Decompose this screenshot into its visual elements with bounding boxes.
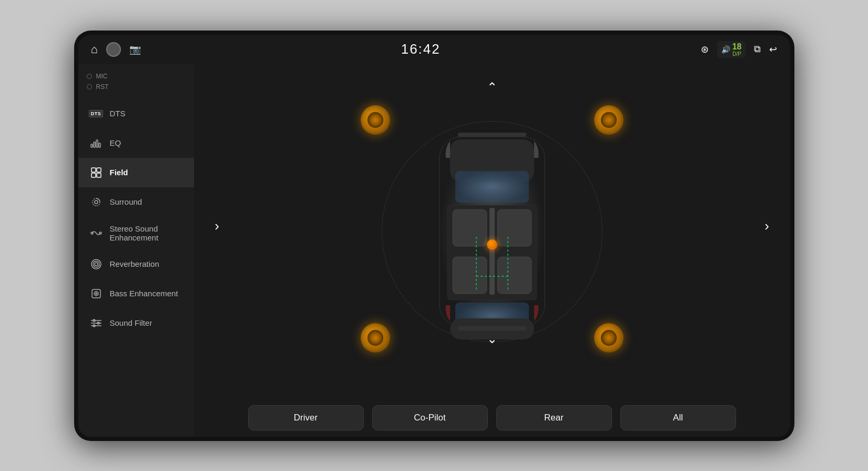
arrow-right[interactable]: › <box>754 214 780 239</box>
svg-rect-36 <box>458 133 526 137</box>
sound-position-dot[interactable] <box>487 239 497 250</box>
sidebar-item-eq[interactable]: EQ <box>78 128 194 158</box>
mic-dot <box>87 74 92 79</box>
car-svg-wrapper <box>408 121 576 342</box>
main-content: MIC RST DTS DTS <box>78 64 790 437</box>
sidebar-item-bass[interactable]: Bass Enhancement <box>78 279 194 308</box>
volume-badge[interactable]: 🔊 18 D/P <box>717 41 746 58</box>
clock-display: 16:42 <box>401 41 441 57</box>
main-panel: ⌃ › <box>194 64 790 437</box>
svg-rect-3 <box>99 143 100 147</box>
all-button[interactable]: All <box>620 405 736 430</box>
eq-label: EQ <box>110 138 121 147</box>
svg-point-12 <box>95 263 98 266</box>
sidebar-item-surround[interactable]: Surround <box>78 187 194 217</box>
status-bar: ⌂ 📷 16:42 ⊛ 🔊 18 D/P ⧉ ↩ <box>78 35 790 64</box>
svg-rect-30 <box>453 257 487 294</box>
arrow-left[interactable]: › <box>205 214 230 239</box>
field-icon <box>89 165 104 180</box>
copilot-button[interactable]: Co-Pilot <box>372 405 488 430</box>
svg-rect-7 <box>97 173 101 177</box>
bluetooth-icon: ⊛ <box>701 44 709 55</box>
svg-rect-1 <box>94 142 95 147</box>
svg-rect-15 <box>92 289 100 298</box>
reverb-label: Reverberation <box>110 259 159 268</box>
svg-rect-31 <box>497 257 532 294</box>
eq-icon <box>89 136 104 151</box>
sidebar-item-dts[interactable]: DTS DTS <box>78 99 194 128</box>
screen: ⌂ 📷 16:42 ⊛ 🔊 18 D/P ⧉ ↩ <box>78 35 790 437</box>
field-label: Field <box>110 168 128 177</box>
bass-icon <box>89 286 104 301</box>
svg-rect-2 <box>96 140 98 147</box>
svg-point-8 <box>95 201 98 204</box>
svg-rect-0 <box>91 144 93 147</box>
sound-field-area: ⌃ › <box>194 64 790 399</box>
svg-point-13 <box>93 261 99 267</box>
rst-label: RST <box>96 83 109 91</box>
sidebar-item-field[interactable]: Field <box>78 158 194 187</box>
mic-label: MIC <box>96 73 108 80</box>
bottom-buttons: Driver Co-Pilot Rear All <box>194 399 790 437</box>
filter-icon <box>89 316 104 330</box>
filter-label: Sound Filter <box>110 318 152 327</box>
bass-label: Bass Enhancement <box>110 289 178 298</box>
camera-circle <box>106 42 121 57</box>
surround-icon <box>89 195 104 209</box>
sidebar-item-stereo[interactable]: Stereo Sound Enhancement <box>78 217 194 249</box>
dts-label: DTS <box>110 109 126 118</box>
svg-rect-6 <box>91 173 96 177</box>
stereo-label: Stereo Sound Enhancement <box>110 224 183 242</box>
speaker-rear-left <box>361 323 390 353</box>
volume-label: D/P <box>732 52 741 57</box>
speaker-rear-right <box>594 323 624 353</box>
svg-rect-28 <box>453 209 487 246</box>
svg-rect-5 <box>97 168 101 172</box>
svg-rect-29 <box>497 209 532 246</box>
sidebar: MIC RST DTS DTS <box>78 64 194 437</box>
camera-icon: 📷 <box>129 44 141 55</box>
svg-rect-26 <box>455 171 529 203</box>
window-icon[interactable]: ⧉ <box>754 44 761 55</box>
sidebar-item-reverb[interactable]: Reverberation <box>78 249 194 279</box>
svg-rect-4 <box>91 168 96 172</box>
back-icon[interactable]: ↩ <box>769 44 777 55</box>
speaker-front-right <box>594 105 624 135</box>
reverb-icon <box>89 257 104 272</box>
rear-button[interactable]: Rear <box>496 405 612 430</box>
svg-point-16 <box>94 292 98 296</box>
stereo-icon <box>89 226 104 240</box>
home-icon[interactable]: ⌂ <box>91 43 98 56</box>
speaker-front-left <box>361 105 390 135</box>
arrow-down[interactable]: ⌄ <box>479 326 505 352</box>
dts-icon: DTS <box>89 106 104 121</box>
volume-number: 18 <box>732 42 742 52</box>
sidebar-item-filter[interactable]: Sound Filter <box>78 308 194 338</box>
svg-rect-32 <box>489 208 495 295</box>
status-right: ⊛ 🔊 18 D/P ⧉ ↩ <box>701 41 778 58</box>
device-frame: ⌂ 📷 16:42 ⊛ 🔊 18 D/P ⧉ ↩ <box>74 31 794 441</box>
status-left: ⌂ 📷 <box>91 42 141 57</box>
rst-dot <box>87 84 92 89</box>
svg-point-17 <box>95 293 97 294</box>
surround-label: Surround <box>110 197 142 206</box>
driver-button[interactable]: Driver <box>248 405 364 430</box>
side-indicators: MIC RST <box>78 68 194 95</box>
mic-indicator[interactable]: MIC <box>87 73 186 80</box>
rst-indicator[interactable]: RST <box>87 83 186 91</box>
